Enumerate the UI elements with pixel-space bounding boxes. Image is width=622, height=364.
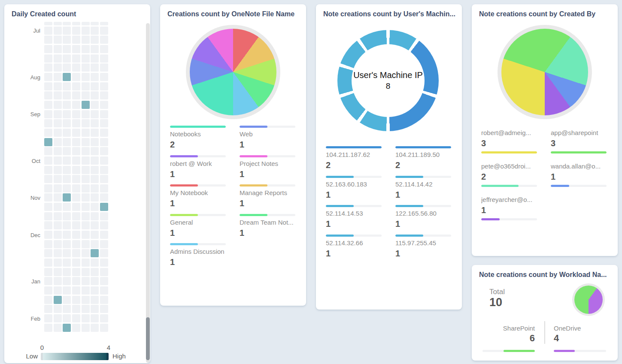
heatmap-cell[interactable] (63, 175, 71, 183)
heatmap-cell[interactable] (44, 249, 52, 257)
heatmap-cell[interactable] (63, 314, 71, 322)
heatmap-cell[interactable] (100, 119, 108, 127)
heatmap-cell[interactable] (72, 277, 80, 285)
heatmap-cell[interactable] (82, 259, 90, 267)
heatmap-cell[interactable] (63, 184, 71, 193)
heatmap-cell[interactable] (63, 147, 71, 155)
heatmap-cell-filled[interactable] (63, 73, 71, 81)
heatmap-cell[interactable] (100, 129, 108, 137)
heatmap-cell[interactable] (91, 73, 99, 81)
heatmap-cell[interactable] (91, 286, 99, 295)
heatmap-cell[interactable] (100, 184, 108, 193)
heatmap-cell[interactable] (91, 193, 99, 202)
legend-item[interactable]: General1 (170, 214, 226, 238)
heatmap-cell[interactable] (63, 221, 71, 229)
scrollbar-track[interactable] (146, 23, 150, 363)
heatmap-cell[interactable] (72, 249, 80, 257)
heatmap-cell[interactable] (54, 249, 62, 257)
heatmap-cell[interactable] (82, 277, 90, 285)
heatmap-cell[interactable] (54, 91, 62, 99)
heatmap-cell[interactable] (82, 91, 90, 99)
heatmap-cell[interactable] (54, 54, 62, 63)
heatmap-cell[interactable] (44, 119, 52, 127)
heatmap-cell[interactable] (91, 175, 99, 183)
heatmap-cell[interactable] (91, 119, 99, 127)
heatmap-cell[interactable] (100, 240, 108, 248)
heatmap-cell[interactable] (100, 63, 108, 72)
heatmap-cell[interactable] (100, 296, 108, 304)
heatmap-cell[interactable] (82, 324, 90, 332)
heatmap-cell[interactable] (44, 277, 52, 285)
heatmap-cell[interactable] (54, 277, 62, 285)
stat-sharepoint[interactable]: SharePoint 6 (482, 324, 535, 352)
heatmap-cell[interactable] (44, 240, 52, 248)
heatmap-cell[interactable] (63, 22, 71, 25)
heatmap-cell[interactable] (63, 305, 71, 313)
heatmap-cell[interactable] (91, 156, 99, 165)
heatmap-cell[interactable] (54, 82, 62, 90)
heatmap-cell[interactable] (82, 240, 90, 248)
heatmap-cell[interactable] (63, 286, 71, 295)
heatmap-cell[interactable] (63, 212, 71, 220)
legend-item[interactable]: 115.97.255.451 (395, 235, 451, 259)
heatmap-cell[interactable] (54, 314, 62, 322)
heatmap-cell[interactable] (100, 231, 108, 239)
heatmap-cell[interactable] (100, 110, 108, 118)
heatmap-cell[interactable] (91, 212, 99, 220)
heatmap-cell-filled[interactable] (82, 101, 90, 109)
heatmap-cell-filled[interactable] (54, 296, 62, 304)
heatmap-cell[interactable] (63, 277, 71, 285)
heatmap-cell[interactable] (100, 54, 108, 63)
heatmap-cell[interactable] (91, 101, 99, 109)
heatmap-cell[interactable] (82, 296, 90, 304)
heatmap-cell[interactable] (72, 22, 80, 25)
created-by-pie-chart[interactable] (501, 29, 588, 115)
heatmap-cell[interactable] (63, 91, 71, 99)
heatmap-cell[interactable] (63, 129, 71, 137)
heatmap-cell[interactable] (100, 286, 108, 295)
heatmap-cell[interactable] (54, 138, 62, 146)
heatmap-cell[interactable] (91, 259, 99, 267)
heatmap-cell[interactable] (82, 73, 90, 81)
heatmap-cell[interactable] (54, 212, 62, 220)
heatmap-cell[interactable] (100, 277, 108, 285)
heatmap-cell[interactable] (63, 240, 71, 248)
heatmap-cell[interactable] (63, 119, 71, 127)
legend-item[interactable]: 52.114.14.421 (395, 176, 451, 200)
heatmap-cell[interactable] (44, 166, 52, 174)
heatmap-cell[interactable] (72, 203, 80, 211)
heatmap-cell[interactable] (54, 22, 62, 25)
heatmap-cell[interactable] (82, 119, 90, 127)
heatmap-cell[interactable] (82, 110, 90, 118)
heatmap-cell[interactable] (72, 268, 80, 276)
legend-item[interactable]: jeffreyarcher@o...1 (481, 196, 537, 220)
heatmap-cell[interactable] (44, 54, 52, 63)
heatmap-cell[interactable] (91, 305, 99, 313)
legend-item[interactable]: Project Notes1 (240, 155, 295, 180)
heatmap-cell[interactable] (72, 221, 80, 229)
heatmap-cell[interactable] (91, 184, 99, 193)
heatmap-cell[interactable] (82, 175, 90, 183)
heatmap-cell[interactable] (63, 27, 71, 35)
heatmap-cell[interactable] (44, 296, 52, 304)
heatmap-cell[interactable] (91, 36, 99, 44)
heatmap-cell[interactable] (100, 175, 108, 183)
heatmap-cell[interactable] (82, 221, 90, 229)
legend-item[interactable]: My Notebook1 (170, 184, 226, 209)
heatmap-cell[interactable] (63, 138, 71, 146)
heatmap-cell[interactable] (100, 193, 108, 202)
heatmap-cell[interactable] (44, 156, 52, 165)
heatmap-cell[interactable] (72, 175, 80, 183)
heatmap-cell[interactable] (44, 45, 52, 53)
heatmap-cell[interactable] (63, 231, 71, 239)
heatmap-cell[interactable] (44, 221, 52, 229)
heatmap-cell[interactable] (91, 82, 99, 90)
heatmap-cell[interactable] (82, 22, 90, 25)
heatmap-cell[interactable] (72, 54, 80, 63)
heatmap-cell[interactable] (100, 221, 108, 229)
heatmap-cell[interactable] (63, 268, 71, 276)
heatmap-cell[interactable] (91, 231, 99, 239)
heatmap-cell[interactable] (72, 138, 80, 146)
heatmap-cell[interactable] (54, 175, 62, 183)
heatmap-cell[interactable] (63, 63, 71, 72)
